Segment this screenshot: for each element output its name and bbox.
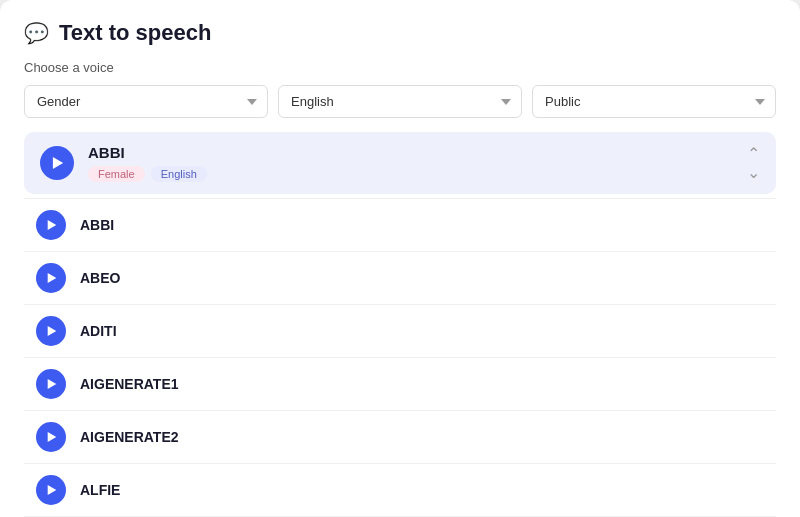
selected-voice-tags: Female English	[88, 166, 747, 182]
selected-voice-card: ABBI Female English ⌃⌄	[24, 132, 776, 194]
list-item[interactable]: ALFIE	[24, 464, 776, 517]
list-item[interactable]: ABEO	[24, 252, 776, 305]
list-item[interactable]: AIGENERATE2	[24, 411, 776, 464]
tag-english: English	[151, 166, 207, 182]
visibility-select[interactable]: Public Private	[532, 85, 776, 118]
voice-name: ABEO	[80, 270, 120, 286]
play-icon	[48, 220, 57, 230]
filters-row: Gender Male Female English Spanish Frenc…	[24, 85, 776, 118]
play-button[interactable]	[36, 210, 66, 240]
play-button[interactable]	[36, 263, 66, 293]
tag-female: Female	[88, 166, 145, 182]
speech-icon: 💬	[24, 21, 49, 45]
play-button[interactable]	[36, 422, 66, 452]
play-icon	[48, 273, 57, 283]
voice-name: ADITI	[80, 323, 117, 339]
main-container: 💬 Text to speech Choose a voice Gender M…	[0, 0, 800, 517]
language-select[interactable]: English Spanish French German	[278, 85, 522, 118]
play-icon	[48, 485, 57, 495]
play-icon	[48, 432, 57, 442]
selected-voice-info: ABBI Female English	[88, 144, 747, 182]
gender-select[interactable]: Gender Male Female	[24, 85, 268, 118]
selected-play-button[interactable]	[40, 146, 74, 180]
voice-name: AIGENERATE1	[80, 376, 179, 392]
selected-voice-name: ABBI	[88, 144, 747, 161]
play-button[interactable]	[36, 316, 66, 346]
page-title: Text to speech	[59, 20, 211, 46]
voice-list: ABBI ABEO ADITI AIGENERATE1 AIGENERATE2	[24, 198, 776, 517]
play-icon	[53, 157, 63, 169]
list-item[interactable]: ABBI	[24, 199, 776, 252]
play-button[interactable]	[36, 369, 66, 399]
voice-name: ALFIE	[80, 482, 120, 498]
expand-icon[interactable]: ⌃⌄	[747, 144, 760, 182]
voice-name: AIGENERATE2	[80, 429, 179, 445]
header: 💬 Text to speech	[24, 20, 776, 46]
play-icon	[48, 379, 57, 389]
list-item[interactable]: AIGENERATE1	[24, 358, 776, 411]
list-item[interactable]: ADITI	[24, 305, 776, 358]
play-button[interactable]	[36, 475, 66, 505]
play-icon	[48, 326, 57, 336]
choose-voice-label: Choose a voice	[24, 60, 776, 75]
voice-name: ABBI	[80, 217, 114, 233]
